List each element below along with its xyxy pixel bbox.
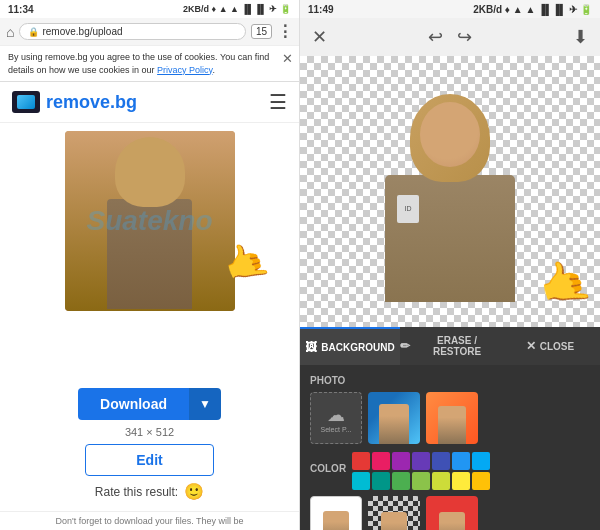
rate-emoji[interactable]: 🙂: [184, 482, 204, 501]
color-thumb-transparent[interactable]: [368, 496, 420, 530]
cookie-text: By using remove.bg you agree to the use …: [8, 52, 269, 75]
color-swatch-7[interactable]: [352, 472, 370, 490]
color-swatch-8[interactable]: [372, 472, 390, 490]
download-dropdown-arrow[interactable]: ▼: [189, 388, 221, 420]
image-dimensions: 341 × 512: [125, 426, 174, 438]
right-person-container: ID: [300, 56, 600, 327]
color-swatch-4[interactable]: [432, 452, 450, 470]
person-badge: ID: [397, 195, 419, 223]
hamburger-icon[interactable]: ☰: [269, 90, 287, 114]
toolbar-download-button[interactable]: ⬇: [573, 26, 588, 48]
color-section: Color: [310, 452, 590, 490]
color-section-title: Color: [310, 463, 346, 474]
tab-erase-label: ERASE / RESTORE: [414, 335, 500, 357]
status-bar-right: 11:49 2KB/d ♦ ▲ ▲ ▐▌▐▌ ✈ 🔋: [300, 0, 600, 18]
edit-button[interactable]: Edit: [85, 444, 213, 476]
person-head: [420, 102, 480, 167]
color-thumb-red[interactable]: [426, 496, 478, 530]
bottom-text: Don't forget to download your files. The…: [0, 511, 299, 530]
url-box[interactable]: 🔒 remove.bg/upload: [19, 23, 245, 40]
photo-thumb-1[interactable]: [368, 392, 420, 444]
photo-row: ☁ Select P...: [310, 392, 590, 444]
close-button[interactable]: ✕: [312, 26, 327, 48]
person-body: ID: [385, 175, 515, 302]
color-swatch-9[interactable]: [392, 472, 410, 490]
download-section: Download ▼ 341 × 512 Edit Rate this resu…: [0, 378, 299, 511]
bottom-panel: Photo ☁ Select P... Color: [300, 365, 600, 530]
time-right: 11:49: [308, 4, 334, 15]
tab-close[interactable]: ✕ CLOSE: [500, 327, 600, 365]
color-swatch-6[interactable]: [472, 452, 490, 470]
color-swatch-13[interactable]: [472, 472, 490, 490]
select-photo-button[interactable]: ☁ Select P...: [310, 392, 362, 444]
logo-text: remove.bg: [46, 92, 137, 113]
rate-label: Rate this result:: [95, 485, 178, 499]
preview-image: Suatekno: [65, 131, 235, 311]
left-panel: 11:34 2KB/d ♦ ▲ ▲ ▐▌▐▌ ✈ 🔋 ⌂ 🔒 remove.bg…: [0, 0, 300, 530]
color-swatch-0[interactable]: [352, 452, 370, 470]
image-preview-container: Suatekno 🤙: [0, 123, 299, 378]
photo-thumb-2[interactable]: [426, 392, 478, 444]
home-icon[interactable]: ⌂: [6, 24, 14, 40]
more-icon[interactable]: ⋮: [277, 22, 293, 41]
color-swatch-1[interactable]: [372, 452, 390, 470]
tab-background-label: BACKGROUND: [321, 342, 394, 353]
color-thumbs-row: [310, 496, 590, 530]
redo-button[interactable]: ↪: [457, 26, 472, 48]
tab-count[interactable]: 15: [251, 24, 272, 39]
url-text: remove.bg/upload: [42, 26, 122, 37]
color-swatch-12[interactable]: [452, 472, 470, 490]
color-swatch-10[interactable]: [412, 472, 430, 490]
right-image-area: ID 🤙: [300, 56, 600, 327]
color-grid: [352, 452, 490, 490]
address-bar: ⌂ 🔒 remove.bg/upload 15 ⋮: [0, 18, 299, 46]
right-panel: 11:49 2KB/d ♦ ▲ ▲ ▐▌▐▌ ✈ 🔋 ✕ ↩ ↪ ⬇ ID 🤙: [300, 0, 600, 530]
erase-tab-icon: ✏: [400, 339, 410, 353]
tab-close-label: CLOSE: [540, 341, 574, 352]
privacy-link[interactable]: Privacy Policy: [157, 65, 212, 75]
logo-icon-inner: [17, 95, 35, 109]
cookie-close-icon[interactable]: ✕: [282, 50, 293, 68]
time-left: 11:34: [8, 4, 34, 15]
download-button[interactable]: Download: [78, 388, 189, 420]
color-swatch-3[interactable]: [412, 452, 430, 470]
rate-row: Rate this result: 🙂: [95, 482, 204, 501]
close-tab-icon: ✕: [526, 339, 536, 353]
tab-erase[interactable]: ✏ ERASE / RESTORE: [400, 327, 500, 365]
status-icons-left: 2KB/d ♦ ▲ ▲ ▐▌▐▌ ✈ 🔋: [183, 4, 291, 14]
site-header: remove.bg ☰: [0, 82, 299, 123]
cookie-banner: By using remove.bg you agree to the use …: [0, 46, 299, 82]
photo-section-title: Photo: [310, 375, 590, 386]
download-button-row: Download ▼: [78, 388, 221, 420]
network-icons: 2KB/d ♦ ▲ ▲ ▐▌▐▌ ✈ 🔋: [183, 4, 291, 14]
logo-icon: [12, 91, 40, 113]
background-tab-icon: 🖼: [305, 340, 317, 354]
color-swatch-5[interactable]: [452, 452, 470, 470]
right-toolbar: ✕ ↩ ↪ ⬇: [300, 18, 600, 56]
logo-area: remove.bg: [12, 91, 137, 113]
status-icons-right: 2KB/d ♦ ▲ ▲ ▐▌▐▌ ✈ 🔋: [473, 4, 592, 15]
upload-icon: ☁: [327, 404, 345, 426]
undo-button[interactable]: ↩: [428, 26, 443, 48]
select-photo-label: Select P...: [320, 426, 351, 433]
color-thumb-white[interactable]: [310, 496, 362, 530]
tab-background[interactable]: 🖼 BACKGROUND: [300, 327, 400, 365]
toolbar-group: ↩ ↪: [428, 26, 472, 48]
color-swatch-11[interactable]: [432, 472, 450, 490]
color-swatch-2[interactable]: [392, 452, 410, 470]
status-bar-left: 11:34 2KB/d ♦ ▲ ▲ ▐▌▐▌ ✈ 🔋: [0, 0, 299, 18]
right-person-image: ID: [370, 82, 530, 302]
person-head-wrap: [420, 102, 480, 167]
bottom-tabs: 🖼 BACKGROUND ✏ ERASE / RESTORE ✕ CLOSE: [300, 327, 600, 365]
lock-icon: 🔒: [28, 27, 39, 37]
